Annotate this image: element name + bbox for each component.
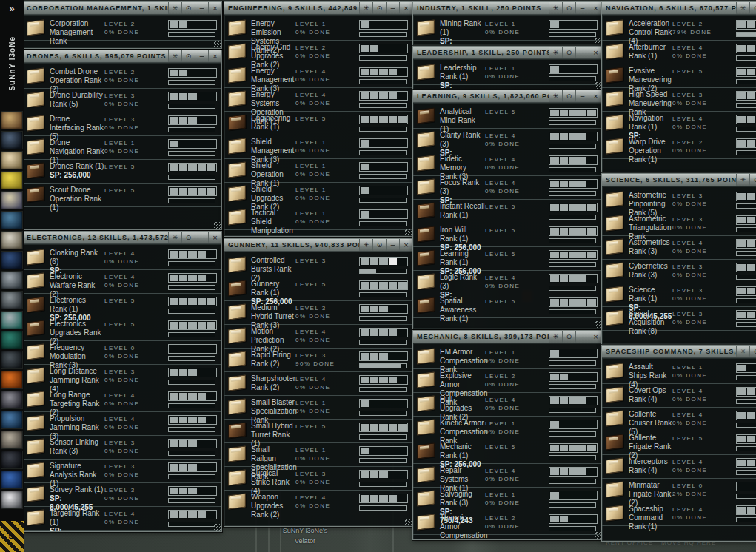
skill-row[interactable]: Assault Ships Rank (4) LEVEL 1 0% DONE [602, 360, 756, 384]
skill-row[interactable]: Energy Management Rank (3) LEVEL 4 0% DO… [224, 64, 412, 88]
panel-titlebar[interactable]: LEADERSHIP, 1 SKILL, 250 POINTS ✳⊙−× [413, 47, 602, 59]
compact-icon[interactable]: ⊙ [562, 2, 575, 14]
skill-row[interactable]: Energy Systems Operation Rank (1) LEVEL … [224, 88, 412, 112]
close-icon[interactable]: × [589, 2, 602, 14]
compact-icon[interactable]: ⊙ [181, 50, 195, 62]
skill-row[interactable]: Mining Rank (1) SP: 250/1,414 LEVEL 1 0%… [413, 17, 602, 41]
skill-row[interactable]: Covert Ops Rank (4) LEVEL 4 0% DONE [602, 384, 756, 408]
close-icon[interactable]: × [399, 239, 412, 251]
skill-row[interactable]: Drones Rank (1) SP: 256,000 LEVEL 5 [23, 160, 221, 184]
skill-row[interactable]: Evasive Maneuvering Rank (2) LEVEL 5 [602, 64, 756, 88]
skill-row[interactable]: Repair Systems Rank (1) LEVEL 4 0% DONE [413, 464, 602, 488]
resize-grip[interactable] [214, 524, 221, 531]
skill-row[interactable]: Tactical Shield Manipulation Rank LEVEL … [224, 206, 412, 230]
close-icon[interactable]: × [208, 2, 221, 14]
channels-icon[interactable] [1, 391, 23, 409]
pin-icon[interactable]: ✳ [168, 50, 181, 62]
minimize-icon[interactable]: − [386, 239, 399, 251]
close-icon[interactable]: × [589, 90, 602, 102]
skill-row[interactable]: Engineering Rank (1) LEVEL 5 [224, 112, 412, 135]
skill-row[interactable]: Iron Will Rank (1) SP: 256,000 LEVEL 5 [413, 223, 602, 247]
skill-row[interactable]: Small Hybrid Turret Rank (1) LEVEL 5 [224, 420, 412, 443]
skill-row[interactable]: Thermic Armor Compensation Rank LEVEL 2 … [413, 511, 602, 535]
panel-titlebar[interactable]: CORPORATION MANAGEMENT, 1 SKILL, 1 ✳⊙−× [23, 2, 221, 15]
skill-row[interactable]: Combat Drone Operation Rank (2) LEVEL 2 … [23, 65, 221, 89]
skill-row[interactable]: Warp Drive Operation Rank (1) LEVEL 2 0%… [602, 135, 756, 159]
panel-titlebar[interactable]: ELECTRONICS, 12 SKILLS, 1,473,572 P ✳⊙−× [23, 232, 221, 244]
assets-icon[interactable] [1, 291, 23, 309]
skill-row[interactable]: Mechanic Rank (1) SP: 256,000 LEVEL 5 [413, 440, 602, 464]
skill-row[interactable]: Cybernetics Rank (3) LEVEL 3 0% DONE [602, 260, 756, 283]
close-icon[interactable]: × [399, 2, 412, 14]
skill-row[interactable]: Electronic Warfare Rank (2) LEVEL 4 0% D… [23, 270, 221, 294]
skill-row[interactable]: Small Railgun Specialization Rank LEVEL … [224, 443, 412, 467]
pin-icon[interactable]: ✳ [549, 90, 562, 102]
skill-row[interactable]: Learning Rank (1) SP: 256,000 LEVEL 5 [413, 247, 602, 271]
resize-grip[interactable] [405, 519, 412, 525]
star-map-icon[interactable] [1, 251, 23, 269]
gallery-icon[interactable] [1, 431, 23, 449]
panel-titlebar[interactable]: LEARNING, 9 SKILLS, 1,823,060 POINTS ✳⊙−… [413, 90, 602, 103]
skill-row[interactable]: Acceleration Control Rank (4) LEVEL 2 79… [602, 17, 756, 41]
mail-icon[interactable] [1, 151, 23, 169]
skill-row[interactable]: Logic Rank (3) SP: LEVEL 4 0% DONE [413, 271, 602, 294]
skill-row[interactable]: Interceptors Rank (4) LEVEL 4 0% DONE [602, 455, 756, 479]
panel-titlebar[interactable]: INDUSTRY, 1 SKILL, 250 POINTS ✳⊙−× [413, 2, 602, 15]
fitting-icon[interactable] [1, 351, 23, 369]
resize-grip[interactable] [595, 321, 601, 328]
panel-titlebar[interactable]: GUNNERY, 11 SKILLS, 940,833 POINTS ✳⊙−× [224, 239, 412, 252]
minimize-icon[interactable]: − [386, 2, 399, 14]
browser-icon[interactable] [1, 411, 23, 429]
skill-row[interactable]: High Speed Maneuvering Rank LEVEL 3 0% D… [602, 88, 756, 112]
skill-row[interactable]: Targeting Rank (1) SP: LEVEL 4 0% DONE [23, 507, 221, 531]
skill-row[interactable]: Long Distance Jamming Rank (4) LEVEL 3 0… [23, 365, 221, 388]
compact-icon[interactable]: ⊙ [372, 2, 386, 14]
skill-row[interactable]: Propulsion Jamming Rank (3) LEVEL 4 0% D… [23, 412, 221, 436]
skill-row[interactable]: Scout Drone Operation Rank (1) LEVEL 5 [23, 184, 221, 207]
skill-row[interactable]: Signal Acquisition Rank (8) LEVEL 3 0% D… [602, 307, 756, 331]
skill-row[interactable]: Science Rank (1) SP: 8,000/45,255 LEVEL … [602, 283, 756, 307]
resize-grip[interactable] [595, 38, 601, 44]
pin-icon[interactable]: ✳ [549, 331, 562, 343]
panel-titlebar[interactable]: MECHANIC, 8 SKILLS, 399,173 POINTS ✳⊙−× [413, 331, 602, 343]
skill-row[interactable]: Cloaking Rank (6) SP: LEVEL 4 0% DONE [23, 246, 221, 270]
pin-icon[interactable]: ✳ [549, 2, 562, 14]
close-icon[interactable]: × [589, 47, 602, 58]
pin-icon[interactable]: ✳ [549, 47, 562, 58]
skill-row[interactable]: Corporation Management Rank LEVEL 2 0% D… [23, 17, 221, 41]
resize-grip[interactable] [595, 532, 601, 539]
compact-icon[interactable]: ⊙ [749, 346, 756, 357]
close-icon[interactable]: × [208, 232, 221, 243]
items-hangar-icon[interactable] [1, 331, 23, 349]
skill-row[interactable]: Clarity Rank (3) SP: LEVEL 4 0% DONE [413, 129, 602, 152]
skill-row[interactable]: Leadership Rank (1) SP: 250/1,414 LEVEL … [413, 61, 602, 85]
skill-row[interactable]: Sensor Linking Rank (3) LEVEL 3 0% DONE [23, 436, 221, 460]
panel-titlebar[interactable]: NAVIGATION, 6 SKILLS, 670,577 POINTS ✳⊙−… [602, 2, 756, 15]
skill-row[interactable]: Navigation Rank (1) SP: LEVEL 4 0% DONE [602, 112, 756, 135]
skill-row[interactable]: Medium Hybrid Turret Rank (3) LEVEL 3 0%… [224, 301, 412, 325]
compact-icon[interactable]: ⊙ [562, 47, 575, 58]
character-sheet-icon[interactable] [1, 111, 23, 129]
skill-row[interactable]: EM Armor Compensation Rank LEVEL 1 0% DO… [413, 346, 602, 369]
skill-row[interactable]: Frequency Modulation Rank (3) LEVEL 0 0%… [23, 341, 221, 365]
compact-icon[interactable]: ⊙ [562, 331, 575, 343]
pin-icon[interactable]: ✳ [736, 2, 749, 14]
people-places-icon[interactable] [1, 271, 23, 289]
skill-row[interactable]: Sharpshooter Rank (2) LEVEL 4 0% DONE [224, 372, 412, 396]
skill-row[interactable]: Astrometric Pinpointing Rank (5) LEVEL 3… [602, 189, 756, 212]
skill-row[interactable]: Survey Rank (1) SP: 8,000/45,255 LEVEL 3… [23, 483, 221, 507]
neocom-expand-icon[interactable]: » [0, 1, 24, 16]
minimize-icon[interactable]: − [575, 331, 589, 343]
minimize-icon[interactable]: − [575, 47, 589, 58]
skill-row[interactable]: Surgical Strike Rank (4) LEVEL 3 0% DONE [224, 467, 412, 491]
skill-row[interactable]: Energy Emission Systems Rank (2) LEVEL 1… [224, 17, 412, 41]
minimize-icon[interactable]: − [195, 232, 208, 243]
skill-row[interactable]: Shield Management Rank (3) LEVEL 1 0% DO… [224, 135, 412, 159]
compact-icon[interactable]: ⊙ [181, 2, 195, 14]
compact-icon[interactable]: ⊙ [749, 174, 756, 186]
compact-icon[interactable]: ⊙ [181, 232, 195, 243]
skill-row[interactable]: Afterburner Rank (1) LEVEL 4 0% DONE [602, 41, 756, 64]
skill-row[interactable]: Controlled Bursts Rank (2) LEVEL 3 [224, 254, 412, 277]
skill-sphere-icon[interactable] [1, 131, 23, 149]
skill-row[interactable]: Spaceship Command Rank (1) LEVEL 4 0% DO… [602, 502, 756, 526]
